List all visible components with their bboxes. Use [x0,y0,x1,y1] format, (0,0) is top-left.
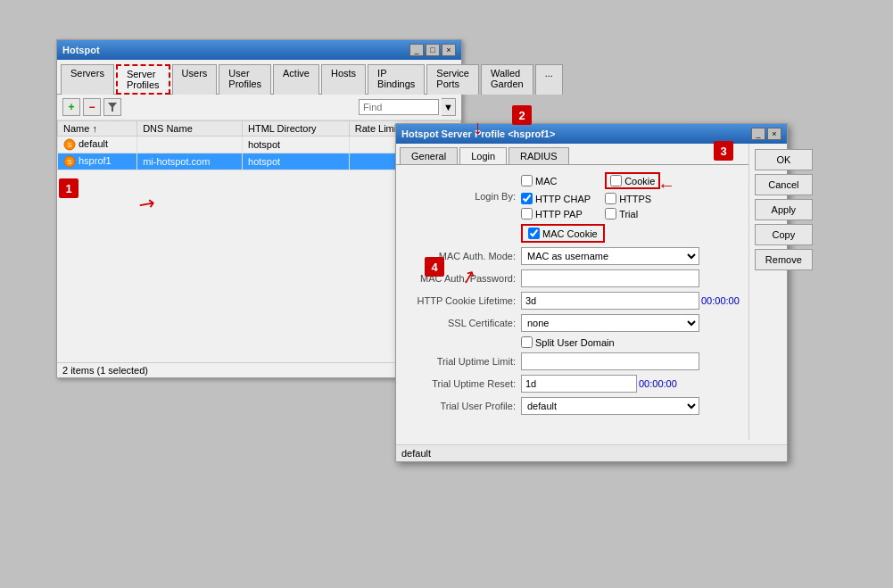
close-button[interactable]: × [442,44,456,56]
http-chap-checkbox[interactable] [521,193,533,204]
http-pap-label: HTTP PAP [535,209,583,219]
arrow-3-icon: ← [657,175,675,195]
dialog-tab-login[interactable]: Login [459,147,507,164]
tab-active[interactable]: Active [273,64,319,95]
trial-uptime-limit-label: Trial Uptime Limit: [405,356,521,367]
tab-users[interactable]: Users [172,64,218,95]
remove-button[interactable]: − [83,98,101,116]
https-checkbox[interactable] [605,193,616,204]
status-text: 2 items (1 selected) [62,365,148,376]
svg-text:S: S [67,141,71,149]
mac-auth-mode-select[interactable]: MAC as username [521,247,699,265]
trial-uptime-reset-input[interactable] [521,375,637,393]
dialog-main-area: General Login RADIUS Login By: MAC [396,144,748,440]
mac-auth-mode-label: MAC Auth. Mode: [405,251,521,261]
http-cookie-lifetime-label: HTTP Cookie Lifetime: [405,295,521,306]
col-html-dir[interactable]: HTML Directory [243,121,350,137]
ssl-certificate-select[interactable]: none [521,314,699,332]
trial-uptime-reset-time: 00:00:00 [639,378,677,389]
cookie-checkbox[interactable] [610,175,622,186]
ok-button[interactable]: OK [755,149,813,170]
annotation-1: 1 [59,178,79,198]
svg-marker-0 [108,103,117,112]
http-pap-checkbox[interactable] [521,208,533,219]
trial-user-profile-row: Trial User Profile: default [405,397,740,415]
row-dns: mi-hotspot.com [137,153,243,170]
annotation-2: 2 [512,105,532,125]
http-cookie-lifetime-input[interactable] [521,292,699,310]
http-cookie-lifetime-row: HTTP Cookie Lifetime: 00:00:00 [405,292,740,310]
search-dropdown-button[interactable]: ▼ [442,98,456,116]
dialog-tab-general[interactable]: General [400,147,458,164]
trial-uptime-limit-input[interactable]: 00:30:00 [521,352,699,370]
cookie-checkbox-item: Cookie [605,172,660,189]
https-checkbox-item: HTTPS [605,193,660,204]
annotation-3: 3 [714,141,733,161]
http-chap-label: HTTP CHAP [535,194,591,204]
hotspot-titlebar: Hotspot _ □ × [57,40,461,60]
tab-more[interactable]: ... [535,64,563,95]
tab-hosts[interactable]: Hosts [321,64,366,95]
dialog-tab-radius[interactable]: RADIUS [509,147,569,164]
mac-auth-mode-row: MAC Auth. Mode: MAC as username [405,247,740,265]
row-html-dir: hotspot [243,137,350,153]
split-user-domain-row: Split User Domain [405,336,740,348]
http-chap-checkbox-item: HTTP CHAP [521,193,591,204]
mac-cookie-checkbox[interactable] [528,228,540,239]
tab-user-profiles[interactable]: User Profiles [219,64,271,95]
split-user-domain-checkbox[interactable] [521,336,533,348]
dialog-body: General Login RADIUS Login By: MAC [396,144,787,440]
row-name: Sdefault [58,137,137,153]
minimize-button[interactable]: _ [409,44,424,56]
ssl-certificate-label: SSL Certificate: [405,318,521,328]
dialog-close-button[interactable]: × [767,128,781,140]
search-input[interactable] [359,99,439,115]
row-html-dir: hotspot [243,153,350,170]
split-user-domain-item: Split User Domain [521,336,615,348]
row-dns [137,137,243,153]
maximize-button[interactable]: □ [426,44,440,56]
toolbar: + − ▼ [57,95,461,120]
mac-cookie-wrapper: MAC Cookie [521,224,605,243]
add-button[interactable]: + [62,98,80,116]
trial-checkbox[interactable] [605,208,616,219]
login-by-row: Login By: MAC Cookie HTTP CHAP [405,172,740,219]
col-name[interactable]: Name ↑ [58,121,137,137]
http-pap-checkbox-item: HTTP PAP [521,208,591,219]
apply-button[interactable]: Apply [755,199,813,220]
profile-dialog: Hotspot Server Profile <hsprof1> _ × Gen… [395,123,788,462]
window-controls: _ □ × [409,44,456,56]
row-name: Shsprof1 [58,153,137,170]
trial-uptime-limit-row: Trial Uptime Limit: 00:30:00 [405,352,740,370]
mac-label: MAC [535,176,557,186]
hotspot-title: Hotspot [62,45,100,55]
trial-user-profile-select[interactable]: default [521,397,699,415]
tab-server-profiles[interactable]: Server Profiles [116,64,170,95]
dialog-minimize-button[interactable]: _ [751,128,765,140]
tab-walled-garden[interactable]: Walled Garden [481,64,533,95]
dialog-action-buttons: OK Cancel Apply Copy Remove [748,144,815,440]
https-label: HTTPS [619,194,651,204]
mac-cookie-row: MAC Cookie [405,224,740,243]
arrow-2-icon: ↓ [473,116,483,139]
mac-auth-password-input[interactable] [521,269,699,287]
filter-button[interactable] [103,98,121,116]
dialog-tab-bar: General Login RADIUS [396,144,748,165]
tab-service-ports[interactable]: Service Ports [426,64,479,95]
cancel-button[interactable]: Cancel [755,174,813,195]
login-by-label: Login By: [405,191,521,202]
annotation-4: 4 [425,257,444,277]
tab-ip-bindings[interactable]: IP Bindings [368,64,425,95]
mac-checkbox-item: MAC [521,172,591,189]
tab-servers[interactable]: Servers [61,64,114,95]
trial-uptime-reset-label: Trial Uptime Reset: [405,378,521,389]
mac-auth-password-row: MAC Auth. Password: [405,269,740,287]
col-dns-name[interactable]: DNS Name [137,121,243,137]
trial-user-profile-label: Trial User Profile: [405,401,521,411]
remove-button[interactable]: Remove [755,249,813,270]
dialog-status-text: default [401,448,431,459]
copy-button[interactable]: Copy [755,224,813,245]
svg-text:S: S [67,158,71,166]
mac-checkbox[interactable] [521,175,533,186]
login-form: Login By: MAC Cookie HTTP CHAP [396,165,748,427]
